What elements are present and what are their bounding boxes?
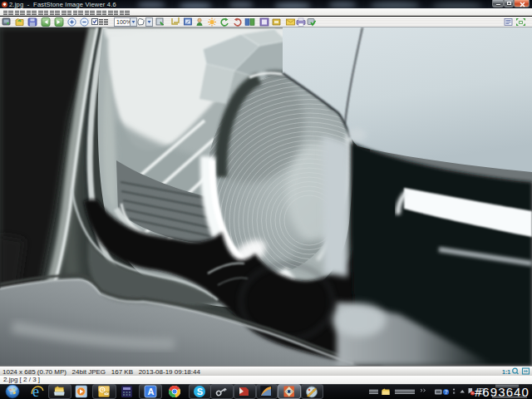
svg-text:1:1: 1:1: [502, 369, 510, 375]
svg-text:S: S: [197, 387, 203, 397]
svg-text:A: A: [148, 387, 155, 397]
svg-text:100%: 100%: [116, 19, 131, 25]
svg-text:?: ?: [445, 389, 448, 395]
